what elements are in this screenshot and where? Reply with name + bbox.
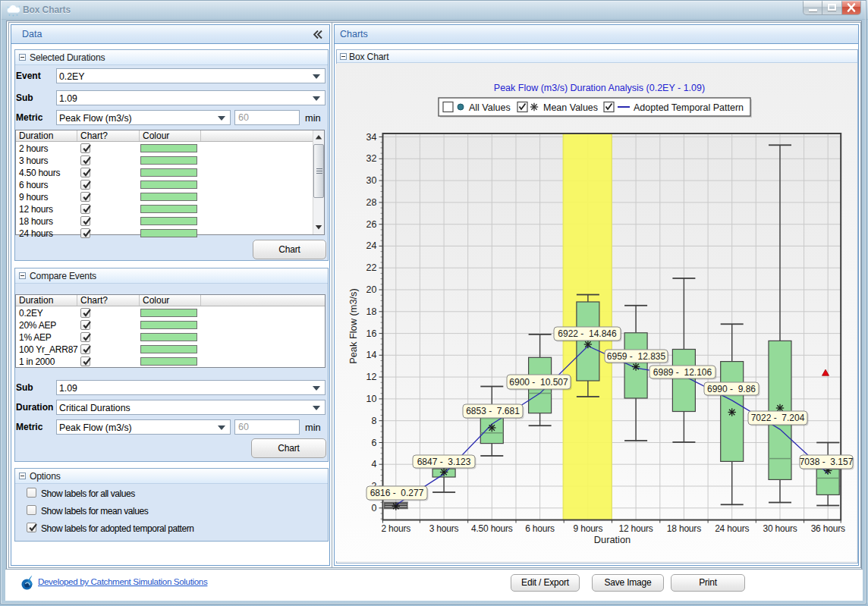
svg-text:6989 - 12.106: 6989 - 12.106: [653, 367, 712, 378]
svg-text:2 hours: 2 hours: [381, 523, 410, 534]
svg-text:36 hours: 36 hours: [811, 523, 845, 534]
svg-text:22: 22: [366, 262, 377, 273]
svg-text:4.50 hours: 4.50 hours: [471, 523, 513, 534]
svg-text:All Values: All Values: [469, 102, 511, 113]
svg-text:Peak Flow (m3/s) Duration Anal: Peak Flow (m3/s) Duration Analysis (0.2E…: [494, 83, 705, 93]
svg-text:16: 16: [366, 328, 377, 339]
svg-text:30: 30: [366, 175, 377, 186]
svg-text:6816 - 0.277: 6816 - 0.277: [370, 488, 424, 498]
svg-text:12: 12: [366, 372, 377, 382]
svg-text:Peak Flow (m3/s): Peak Flow (m3/s): [348, 288, 359, 364]
svg-text:8: 8: [372, 416, 377, 426]
svg-text:30 hours: 30 hours: [763, 523, 797, 534]
svg-text:7022 - 7.204: 7022 - 7.204: [751, 413, 805, 423]
svg-text:Mean Values: Mean Values: [543, 102, 598, 113]
svg-text:Duration: Duration: [594, 534, 631, 545]
svg-text:4: 4: [372, 459, 377, 469]
svg-text:26: 26: [366, 219, 377, 230]
svg-text:24: 24: [366, 240, 377, 251]
svg-text:10: 10: [366, 394, 377, 404]
svg-text:6: 6: [372, 438, 377, 448]
svg-text:6900 - 10.507: 6900 - 10.507: [509, 377, 568, 388]
svg-text:18 hours: 18 hours: [667, 523, 701, 534]
svg-text:0: 0: [372, 503, 377, 513]
svg-text:6853 - 7.681: 6853 - 7.681: [466, 406, 520, 416]
svg-text:12 hours: 12 hours: [619, 523, 653, 534]
svg-text:14: 14: [366, 350, 377, 360]
svg-text:6990 - 9.86: 6990 - 9.86: [707, 384, 756, 394]
svg-text:18: 18: [366, 306, 377, 317]
svg-text:6847 - 3.123: 6847 - 3.123: [417, 457, 471, 467]
svg-text:28: 28: [366, 197, 377, 208]
svg-text:24 hours: 24 hours: [715, 523, 749, 534]
svg-text:20: 20: [366, 284, 377, 295]
svg-text:9 hours: 9 hours: [574, 523, 603, 534]
svg-text:34: 34: [366, 132, 377, 143]
svg-text:7038 - 3.157: 7038 - 3.157: [800, 457, 854, 467]
svg-text:6 hours: 6 hours: [525, 523, 555, 534]
svg-text:32: 32: [366, 153, 377, 164]
svg-text:6922 - 14.846: 6922 - 14.846: [558, 328, 617, 339]
svg-text:Adopted Temporal Pattern: Adopted Temporal Pattern: [634, 102, 744, 113]
svg-text:6959 - 12.835: 6959 - 12.835: [607, 351, 666, 362]
svg-text:3 hours: 3 hours: [429, 523, 459, 534]
